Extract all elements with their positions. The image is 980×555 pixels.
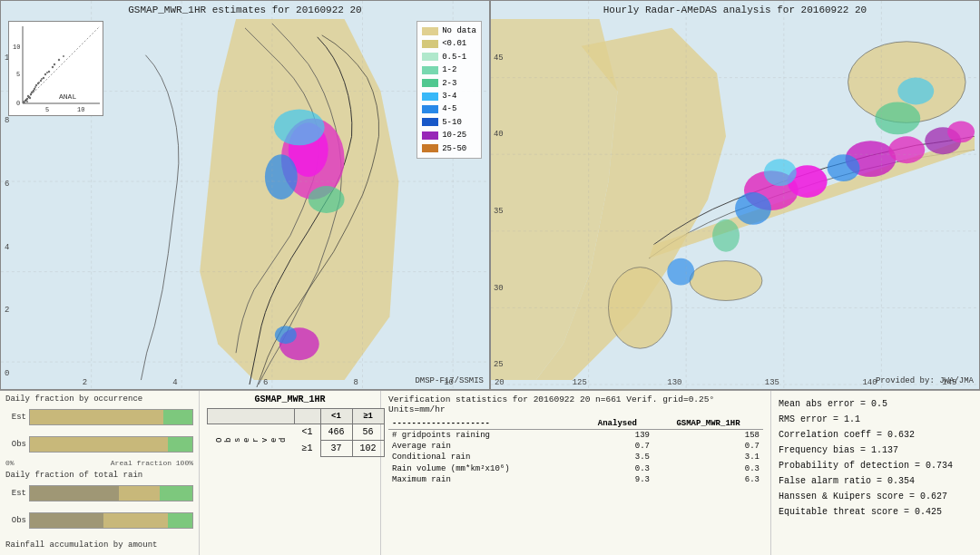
svg-text:40: 40	[494, 130, 504, 139]
svg-point-17	[44, 73, 46, 75]
svg-point-12	[34, 88, 35, 90]
svg-text:25: 25	[494, 360, 504, 369]
svg-text:2: 2	[5, 306, 9, 315]
inset-scatter: 0 5 10 5 10 ANAL	[8, 21, 103, 116]
right-map-title: Hourly Radar-AMeDAS analysis for 2016092…	[491, 5, 979, 15]
svg-point-15	[40, 80, 42, 82]
metric-1: RMS error = 1.1	[779, 412, 973, 427]
svg-point-13	[35, 84, 37, 86]
svg-point-8	[25, 99, 27, 101]
stats-row-0-label: # gridpoints raining	[388, 430, 582, 442]
occurrence-chart-label: Daily fraction by occurrence	[5, 394, 193, 404]
ct-val-ge1-lt1: 37	[320, 441, 352, 457]
svg-text:20: 20	[495, 378, 505, 387]
svg-point-78	[735, 192, 771, 225]
svg-point-16	[43, 77, 44, 79]
svg-text:ANAL: ANAL	[59, 92, 76, 101]
svg-point-41	[274, 109, 325, 145]
ct-col-ge1: ≥1	[352, 409, 384, 424]
svg-text:5: 5	[45, 106, 49, 113]
svg-point-42	[265, 154, 298, 200]
svg-text:45: 45	[494, 54, 504, 63]
est-label: Est	[5, 413, 29, 422]
svg-text:4: 4	[5, 243, 9, 252]
svg-point-20	[54, 63, 55, 65]
svg-point-80	[875, 102, 920, 134]
est-rain-bar: Est	[5, 481, 193, 506]
ct-obs-header	[295, 409, 321, 424]
est-rain-bar-container	[29, 485, 193, 501]
contingency-table: <1 ≥1 Observed <1 466 56 ≥1 37 102	[207, 408, 385, 457]
svg-text:6: 6	[263, 378, 268, 387]
svg-point-25	[38, 82, 40, 83]
svg-point-26	[41, 78, 43, 80]
svg-point-18	[48, 71, 50, 73]
stats-row-2-gsmap: 3.1	[653, 452, 763, 462]
svg-text:0: 0	[5, 369, 9, 378]
ct-val-lt1-lt1: 466	[320, 424, 352, 441]
right-map-attribution: Provided by: JWA/JMA	[876, 376, 974, 385]
metric-2: Correlation coeff = 0.632	[779, 427, 973, 443]
metric-7: Equitable threat score = 0.425	[779, 504, 973, 520]
rain-chart-label: Daily fraction of total rain	[5, 471, 193, 480]
est-occurrence-green	[163, 410, 192, 424]
main-container: GSMAP_MWR_1HR estimates for 20160922 20	[0, 0, 980, 555]
svg-text:130: 130	[667, 378, 681, 387]
obs-rain-bar-container	[29, 512, 193, 529]
est-rain-label: Est	[5, 489, 29, 498]
stats-col-label: --------------------	[388, 418, 582, 430]
stats-row-1-label: Average rain	[388, 441, 582, 452]
svg-text:35: 35	[494, 207, 504, 216]
svg-point-29	[58, 59, 60, 61]
svg-point-79	[828, 154, 860, 181]
svg-text:2: 2	[83, 378, 87, 387]
stats-row-0-gsmap: 158	[653, 430, 763, 442]
svg-point-7	[27, 95, 29, 97]
svg-text:125: 125	[573, 378, 587, 387]
ct-empty-corner	[208, 409, 295, 424]
svg-point-70	[690, 261, 762, 301]
obs-rain-bar: Obs	[5, 508, 193, 533]
svg-text:5: 5	[16, 71, 20, 78]
svg-point-23	[32, 91, 34, 92]
metric-5: False alarm ratio = 0.354	[779, 473, 973, 489]
metric-6: Hanssen & Kuipers score = 0.627	[779, 489, 973, 504]
stats-area: Verification statistics for 20160922 20 …	[381, 391, 771, 555]
svg-point-81	[897, 78, 934, 105]
right-map-svg: 45 40 35 30 25 20 125 130 135 140 145	[491, 1, 979, 389]
svg-point-19	[52, 66, 54, 68]
stats-col-gsmap: GSMAP_MWR_1HR	[653, 418, 763, 430]
contingency-area: GSMAP_MWR_1HR <1 ≥1 Observed <1 466 56 ≥…	[200, 391, 381, 555]
svg-text:6: 6	[5, 180, 9, 189]
est-rain-dark	[30, 486, 119, 501]
svg-point-28	[46, 72, 48, 73]
obs-occurrence-green	[168, 437, 192, 452]
obs-rain-dark	[30, 513, 103, 528]
svg-point-76	[888, 136, 925, 163]
ct-val-lt1-ge1: 56	[352, 424, 384, 441]
svg-text:8: 8	[354, 378, 358, 387]
stats-col-analysed: Analysed	[582, 418, 653, 430]
stats-row-4-label: Maximum rain	[388, 474, 582, 485]
svg-text:10: 10	[77, 106, 84, 113]
svg-text:10: 10	[13, 44, 20, 51]
svg-point-84	[667, 258, 694, 286]
svg-text:8: 8	[5, 116, 9, 125]
ct-col-lt1: <1	[320, 409, 352, 424]
obs-occurrence-bar: Obs	[5, 432, 193, 457]
svg-point-43	[309, 186, 345, 213]
left-map-panel: GSMAP_MWR_1HR estimates for 20160922 20	[0, 0, 490, 390]
metric-0: Mean abs error = 0.5	[779, 396, 973, 412]
left-map-title: GSMAP_MWR_1HR estimates for 20160922 20	[1, 5, 489, 15]
stats-row-3-label: Rain volume (mm*km²x10⁶)	[388, 462, 582, 474]
charts-area: Daily fraction by occurrence Est Obs 0% …	[0, 391, 200, 555]
metric-4: Probability of detection = 0.734	[779, 458, 973, 473]
svg-point-82	[764, 159, 797, 186]
bottom-section: Daily fraction by occurrence Est Obs 0% …	[0, 390, 980, 555]
metrics-area: Mean abs error = 0.5 RMS error = 1.1 Cor…	[771, 391, 980, 555]
stats-title: Verification statistics for 20160922 20 …	[388, 394, 763, 414]
ct-row-ge1: ≥1	[295, 441, 321, 457]
svg-point-83	[712, 219, 740, 252]
scatter-plot-svg: 0 5 10 5 10 ANAL	[9, 22, 104, 117]
ct-val-ge1-ge1: 102	[352, 441, 384, 457]
